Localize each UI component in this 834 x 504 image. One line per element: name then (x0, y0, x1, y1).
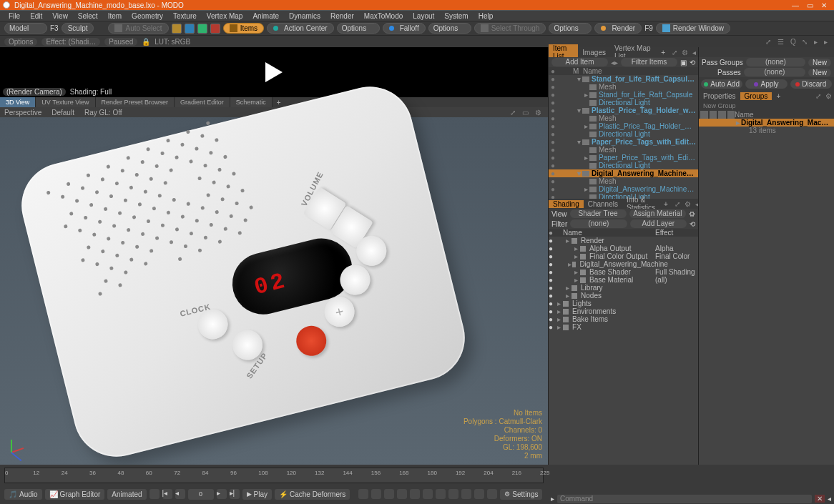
assign-gear-icon[interactable]: ⚙ (689, 210, 695, 218)
tc-icon-d[interactable] (397, 489, 407, 499)
groups-icon-3[interactable] (718, 111, 726, 119)
shader-row-7[interactable]: ●▸Nodes (549, 292, 698, 300)
cmd-icon[interactable]: ▸ (551, 495, 554, 503)
timeline-ruler[interactable]: 0122436486072849610812013214415616818019… (4, 468, 544, 483)
item-row-8[interactable]: ●▾Paper_Price_Tags_with_Editable_Text_mo… (549, 138, 698, 146)
menu-edit[interactable]: Edit (26, 12, 46, 20)
tc-icon-g[interactable] (436, 489, 446, 499)
passes-dropdown[interactable]: (none) (744, 68, 805, 76)
viewtab-4[interactable]: Schematic (230, 97, 273, 107)
passgroups-dropdown[interactable]: (none) (746, 58, 805, 66)
render-button[interactable]: Render (594, 23, 642, 34)
tc-icon-c[interactable] (384, 489, 394, 499)
item-row-9[interactable]: ●Mesh (549, 146, 698, 154)
tc-icon-a[interactable] (358, 489, 368, 499)
apply-button[interactable]: Apply (745, 79, 787, 89)
menu-geometry[interactable]: Geometry (127, 12, 167, 20)
auto-add-button[interactable]: Auto Add (701, 79, 742, 89)
cache-deformers-button[interactable]: ⚡Cache Deformers (275, 489, 350, 500)
lock-icon[interactable]: 🔒 (142, 38, 150, 46)
options-2[interactable]: Options (428, 23, 471, 34)
key-first-icon[interactable]: |◂ (162, 489, 172, 499)
item-row-14[interactable]: ●▸Digital_Answering_Machine (2) (549, 185, 698, 193)
minimize-button[interactable]: — (788, 1, 803, 9)
discard-button[interactable]: Discard (790, 79, 832, 89)
menu-maxtomodo[interactable]: MaxToModo (360, 12, 407, 20)
sel-icon-2[interactable] (185, 24, 195, 34)
default-dropdown[interactable]: Default (51, 109, 74, 117)
addlayer-reset-icon[interactable]: ⟲ (690, 220, 695, 228)
groups-tree[interactable]: Name ▸ Digital_Answering_Machine … 13 it… (699, 111, 834, 465)
add-item-button[interactable]: Add Item (551, 58, 608, 66)
itempanel-btn-2[interactable]: ◂ (690, 49, 698, 56)
add-layer-button[interactable]: Add Layer (630, 219, 687, 228)
menu-render[interactable]: Render (326, 12, 358, 20)
filter-icon[interactable]: ▣ (680, 59, 687, 66)
shadepanel-btn-0[interactable]: ⤢ (672, 200, 682, 208)
item-row-1[interactable]: ●Mesh (549, 83, 698, 91)
item-row-12[interactable]: ●▾Digital_Answering_Machine_modo_… (549, 169, 698, 177)
new-group-button[interactable]: New Group (699, 101, 834, 111)
tc-icon-i[interactable] (461, 489, 471, 499)
item-row-13[interactable]: ●Mesh (549, 177, 698, 185)
sel-icon-1[interactable] (172, 24, 182, 34)
view-icons[interactable]: ⤢ ☰ Q ⤡ ▸ ▸ (765, 38, 830, 46)
shader-row-2[interactable]: ●▸Final Color OutputFinal Color (549, 252, 698, 260)
menu-system[interactable]: System (440, 12, 472, 20)
cmd-close-icon[interactable]: ✕ (815, 495, 825, 503)
select-through-button[interactable]: Select Through (474, 23, 546, 34)
options-dropdown[interactable]: Options (4, 38, 37, 46)
sculpt-button[interactable]: Sculpt (62, 23, 94, 34)
item-row-10[interactable]: ●▸Paper_Price_Tags_with_Editable_Text (549, 154, 698, 162)
passes-new[interactable]: New (808, 69, 831, 76)
frame-field[interactable]: 0 (188, 489, 214, 500)
item-row-4[interactable]: ●▾Plastic_Price_Tag_Holder_with_Pin_modo… (549, 107, 698, 114)
paused-label[interactable]: Paused (104, 38, 137, 46)
viewtab-3[interactable]: Gradient Editor (175, 97, 230, 107)
shader-row-0[interactable]: ●▸Render (549, 237, 698, 244)
shader-row-5[interactable]: ●▸Base Material(all) (549, 276, 698, 284)
add-tab[interactable]: + (772, 92, 785, 100)
shader-row-6[interactable]: ●▸Library (549, 284, 698, 292)
menu-view[interactable]: View (48, 12, 72, 20)
props-max-icon[interactable]: ⤢ (813, 92, 823, 100)
viewtab-0[interactable]: 3D View (0, 97, 36, 107)
perspective-dropdown[interactable]: Perspective (4, 109, 41, 117)
menu-vertex-map[interactable]: Vertex Map (202, 12, 247, 20)
command-input[interactable]: Command (557, 495, 812, 503)
render-window-button[interactable]: Render Window (656, 23, 730, 34)
falloff-button[interactable]: Falloff (383, 23, 426, 34)
itemtab-1[interactable]: Images (578, 49, 610, 56)
item-row-0[interactable]: ●▾Stand_for_Life_Raft_Capsule_modo_bas … (549, 75, 698, 83)
menu-select[interactable]: Select (74, 12, 102, 20)
tc-icon-b[interactable] (371, 489, 381, 499)
viewtab-1[interactable]: UV Texture View (36, 97, 95, 107)
item-tree[interactable]: ● M Name ●▾Stand_for_Life_Raft_Capsule_m… (549, 67, 698, 199)
render-camera-label[interactable]: (Render Camera) (3, 88, 66, 96)
menu-help[interactable]: Help (474, 12, 498, 20)
action-center-button[interactable]: Action Center (267, 23, 334, 34)
props-gear-icon[interactable]: ⚙ (823, 92, 834, 100)
item-row-5[interactable]: ●Mesh (549, 114, 698, 122)
passgroups-new[interactable]: New (808, 59, 831, 66)
key-icon-1[interactable] (149, 489, 160, 499)
graph-editor-button[interactable]: 📈Graph Editor (45, 489, 105, 500)
item-row-2[interactable]: ●▸Stand_for_Life_Raft_Capsule (549, 91, 698, 99)
tc-icon-f[interactable] (423, 489, 433, 499)
shader-row-10[interactable]: ●▸Bake Items (549, 315, 698, 323)
itempanel-btn-0[interactable]: ⤢ (669, 49, 680, 56)
shadepanel-btn-1[interactable]: ⚙ (682, 200, 693, 208)
timeline[interactable]: 0122436486072849610812013214415616818019… (0, 465, 548, 504)
tc-icon-e[interactable] (410, 489, 420, 499)
maximize-button[interactable]: ▭ (803, 1, 817, 9)
menu-layout[interactable]: Layout (408, 12, 438, 20)
key-prev-icon[interactable]: ◂ (175, 489, 185, 499)
sel-icon-3[interactable] (197, 24, 207, 34)
key-last-icon[interactable]: ▸| (230, 489, 240, 499)
model-dropdown[interactable]: Model (4, 23, 47, 34)
shader-row-3[interactable]: ●▸Digital_Answering_Machine (549, 260, 698, 268)
groups-icon-4[interactable] (727, 111, 735, 119)
play-icon[interactable] (265, 62, 283, 82)
lut-label[interactable]: LUT: sRGB (154, 38, 190, 46)
shader-row-9[interactable]: ●▸Environments (549, 307, 698, 315)
